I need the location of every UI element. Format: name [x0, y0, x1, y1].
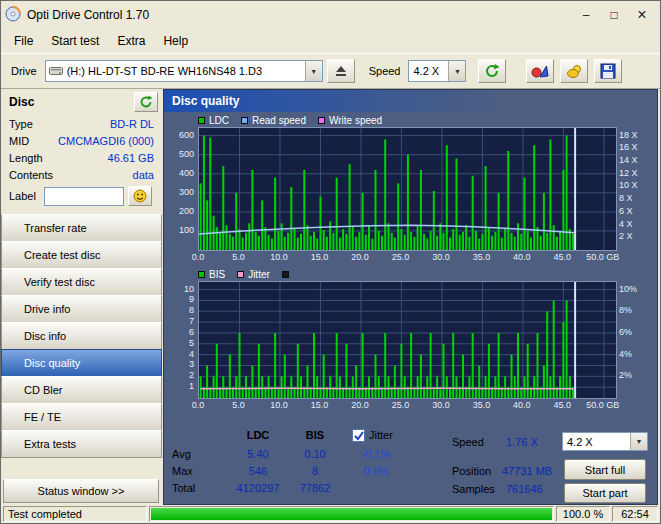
menu-file[interactable]: File	[5, 31, 42, 51]
bis-chart-legend: BISJitter	[198, 268, 305, 280]
sidebar-item-disc-quality[interactable]: Disc quality	[1, 349, 162, 377]
disc-quality-panel: Disc quality LDCRead speedWrite speed 10…	[163, 89, 658, 505]
status-window-button[interactable]: Status window >>	[3, 479, 159, 503]
sidebar-item-transfer-rate[interactable]: Transfer rate	[1, 214, 162, 242]
eject-button[interactable]	[327, 59, 355, 83]
total-row-label: Total	[172, 482, 195, 494]
start-full-button[interactable]: Start full	[564, 459, 646, 480]
label-field-label: Label	[9, 190, 36, 202]
ldc-column-header: LDC	[226, 429, 290, 441]
avg-ldc-value: 5.40	[226, 448, 290, 460]
sidebar-item-fe-te[interactable]: FE / TE	[1, 403, 162, 431]
sidebar-item-disc-info[interactable]: Disc info	[1, 322, 162, 350]
disc-info-row: MID CMCMAGDI6 (000)	[1, 132, 162, 149]
window-controls: – □ ×	[572, 5, 656, 25]
refresh-button[interactable]	[478, 59, 506, 83]
minimize-button[interactable]: –	[572, 5, 600, 25]
info-value-contents[interactable]: data	[133, 169, 154, 181]
progress-fill	[151, 508, 552, 520]
sidebar-item-cd-bler[interactable]: CD Bler	[1, 376, 162, 404]
tools-button[interactable]	[560, 59, 588, 83]
y-axis-label-left: 600	[168, 130, 194, 140]
refresh-icon	[139, 95, 153, 109]
speed-label: Speed	[369, 65, 401, 77]
menu-extra[interactable]: Extra	[108, 31, 154, 51]
app-icon	[5, 6, 21, 24]
legend-item: Read speed	[241, 115, 306, 126]
status-bar: Test completed 100.0 % 62:54	[1, 505, 660, 523]
drive-icon	[46, 65, 63, 77]
close-button[interactable]: ×	[628, 5, 656, 25]
label-emoji-button[interactable]	[128, 186, 152, 206]
menu-start-test[interactable]: Start test	[42, 31, 108, 51]
jitter-checkbox-label[interactable]: Jitter	[369, 429, 393, 441]
sidebar-item-create-test-disc[interactable]: Create test disc	[1, 241, 162, 269]
y-axis-label-left: 8	[168, 305, 194, 315]
disc-section-header: Disc	[1, 89, 162, 115]
quality-icon	[531, 63, 549, 79]
y-axis-label-right: 4 X	[619, 219, 633, 229]
start-part-button[interactable]: Start part	[564, 483, 646, 503]
legend-label: BIS	[209, 269, 225, 280]
max-row-label: Max	[172, 465, 193, 477]
bis-chart-plot	[198, 281, 617, 399]
check-icon	[353, 430, 364, 441]
refresh-disc-button[interactable]	[134, 92, 158, 112]
y-axis-label-right: 14 X	[619, 155, 638, 165]
disc-quality-shortcut-button[interactable]	[526, 59, 554, 83]
legend-swatch-icon	[198, 271, 205, 278]
chevron-down-icon[interactable]: ▼	[630, 433, 647, 450]
legend-label: Jitter	[248, 269, 270, 280]
menu-help[interactable]: Help	[154, 31, 197, 51]
drive-label: Drive	[11, 65, 37, 77]
y-axis-label-left: 4	[168, 349, 194, 359]
speed-stat-select[interactable]: 4.2 X ▼	[562, 432, 648, 451]
save-button[interactable]	[594, 59, 622, 83]
chevron-down-icon[interactable]: ▼	[448, 61, 465, 81]
ldc-chart: LDCRead speedWrite speed 100200300400500…	[168, 114, 653, 266]
legend-swatch-icon	[282, 271, 289, 278]
info-label: Length	[9, 152, 43, 164]
sidebar-nav: Transfer rate Create test disc Verify te…	[1, 215, 162, 458]
y-axis-label-left: 7	[168, 316, 194, 326]
drive-select-value: (H:) HL-DT-ST BD-RE WH16NS48 1.D3	[63, 65, 305, 77]
position-stat-value: 47731 MB	[502, 465, 552, 477]
x-axis-label: 50.0 GB	[579, 400, 627, 410]
total-ldc-value: 4120297	[226, 482, 290, 494]
y-axis-label-right: 10%	[619, 284, 637, 294]
legend-item: BIS	[198, 269, 225, 280]
jitter-checkbox[interactable]	[352, 429, 365, 442]
disc-info-row: Length 46.61 GB	[1, 149, 162, 166]
chevron-down-icon[interactable]: ▼	[305, 61, 322, 81]
label-input[interactable]	[44, 187, 124, 206]
smiley-icon	[133, 189, 147, 203]
y-axis-label-left: 10	[168, 284, 194, 294]
legend-item	[282, 271, 293, 278]
info-value-type: BD-R DL	[110, 118, 154, 130]
max-ldc-value: 546	[226, 465, 290, 477]
toolbar: Drive (H:) HL-DT-ST BD-RE WH16NS48 1.D3 …	[1, 53, 660, 89]
y-axis-label-left: 6	[168, 327, 194, 337]
speed-stat-value: 1.76 X	[506, 436, 538, 448]
drive-select[interactable]: (H:) HL-DT-ST BD-RE WH16NS48 1.D3 ▼	[45, 60, 323, 82]
ldc-chart-plot	[198, 127, 617, 251]
sidebar-item-verify-test-disc[interactable]: Verify test disc	[1, 268, 162, 296]
y-axis-label-right: 12 X	[619, 168, 638, 178]
y-axis-label-right: 2%	[619, 370, 632, 380]
sidebar-item-extra-tests[interactable]: Extra tests	[1, 430, 162, 458]
legend-label: Write speed	[329, 115, 382, 126]
y-axis-label-right: 8 X	[619, 193, 633, 203]
status-text: Test completed	[3, 506, 147, 522]
info-label: MID	[9, 135, 29, 147]
position-stat-label: Position	[452, 465, 491, 477]
info-value-mid: CMCMAGDI6 (000)	[58, 135, 154, 147]
sidebar: Disc Type BD-R DL MID CMCMAGDI6 (000) Le…	[1, 89, 162, 505]
speed-select[interactable]: 4.2 X ▼	[408, 60, 466, 82]
legend-item: Jitter	[237, 269, 270, 280]
sidebar-item-drive-info[interactable]: Drive info	[1, 295, 162, 323]
stats-section: LDC BIS Jitter Avg 5.40 0.10 -0.1% Max 5…	[164, 428, 657, 504]
legend-item: Write speed	[318, 115, 382, 126]
maximize-button[interactable]: □	[600, 5, 628, 25]
y-axis-label-left: 2	[168, 370, 194, 380]
y-axis-label-right: 8%	[619, 305, 632, 315]
